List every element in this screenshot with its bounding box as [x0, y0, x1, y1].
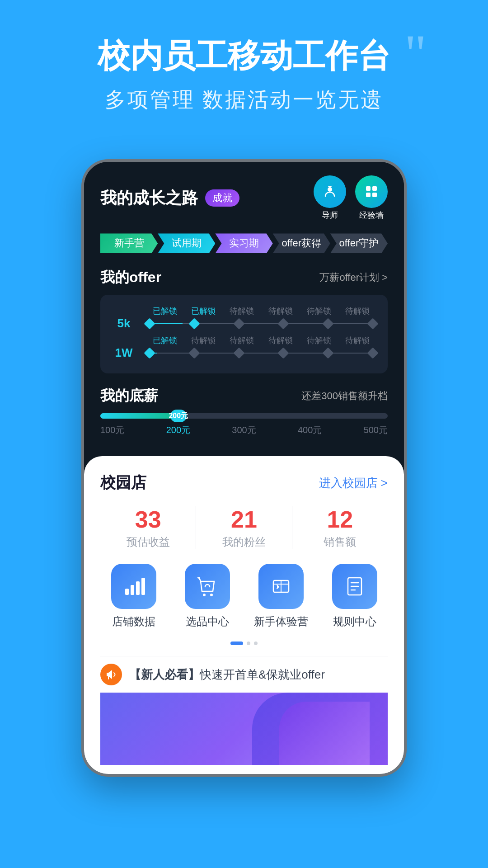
phone-mockup-wrapper: 我的成长之路 成就 导师 [0, 159, 488, 777]
offer-section-header: 我的offer 万薪offer计划 > [100, 268, 388, 288]
offer-track-1 [145, 320, 377, 328]
svg-rect-5 [372, 193, 377, 197]
node-2-5 [367, 347, 378, 359]
quote-decoration: " [404, 27, 427, 81]
rules-icon [332, 564, 377, 609]
salary-progress-fill: 200元 [100, 413, 187, 419]
offer-row-2-labels: 已解锁 待解锁 待解锁 待解锁 待解锁 待解锁 [111, 335, 377, 346]
svg-rect-4 [366, 193, 371, 197]
step-2[interactable]: 实习期 [215, 233, 272, 253]
node-label-2-3: 待解锁 [261, 335, 300, 346]
node-label-2-1: 待解锁 [184, 335, 222, 346]
progress-steps: 新手营 试用期 实习期 offer获得 offer守护 [100, 233, 388, 253]
node-2-4 [322, 347, 333, 359]
svg-point-11 [210, 594, 213, 596]
phone-mockup: 我的成长之路 成就 导师 [81, 159, 407, 777]
salary-progress-bar: 200元 [100, 413, 388, 419]
achievement-badge[interactable]: 成就 [205, 189, 239, 207]
menu-grid: 店铺数据 选品中心 [100, 564, 388, 629]
node-2-0 [144, 347, 155, 359]
store-data-icon [111, 564, 156, 609]
announcement-icon [100, 664, 122, 685]
svg-rect-3 [372, 186, 377, 191]
node-1-5 [367, 318, 378, 329]
announcement-text: 【新人必看】快速开首单&保就业offer [129, 667, 325, 683]
menu-newbie[interactable]: 新手体验营 [248, 564, 314, 629]
svg-point-10 [203, 594, 206, 596]
svg-rect-2 [366, 186, 371, 191]
menu-product[interactable]: 选品中心 [174, 564, 240, 629]
offer-amount-5k: 5k [111, 316, 136, 330]
node-1-0 [144, 318, 155, 329]
mentor-icon [314, 175, 346, 208]
node-label-1-5: 待解锁 [338, 306, 377, 316]
node-2-3 [278, 347, 289, 359]
svg-rect-1 [328, 186, 332, 187]
node-label-2-5: 待解锁 [338, 335, 377, 346]
offer-title: 我的offer [100, 268, 161, 288]
svg-rect-7 [131, 585, 134, 595]
announcement[interactable]: 【新人必看】快速开首单&保就业offer [100, 656, 388, 693]
svg-rect-9 [141, 578, 145, 595]
stat-sales: 12 销售额 [292, 506, 388, 549]
node-label-1-0: 已解锁 [145, 306, 184, 316]
node-2-2 [233, 347, 244, 359]
menu-rules-label: 规则中心 [333, 614, 376, 629]
salary-current-marker: 200元 [170, 410, 187, 422]
wall-icon [355, 175, 388, 208]
offer-plan-link[interactable]: 万薪offer计划 > [319, 271, 388, 284]
salary-label-1: 200元 [166, 424, 190, 436]
salary-section: 我的底薪 还差300销售额升档 200元 100元 200元 300元 400元… [100, 386, 388, 436]
node-1-2 [233, 318, 244, 329]
node-label-2-0: 已解锁 [145, 335, 184, 346]
step-1[interactable]: 试用期 [158, 233, 215, 253]
step-4[interactable]: offer守护 [330, 233, 388, 253]
offer-track-2 [145, 349, 377, 357]
offer-nodes-1 [145, 320, 377, 328]
svg-point-0 [328, 187, 332, 192]
salary-labels: 100元 200元 300元 400元 500元 [100, 424, 388, 436]
step-3[interactable]: offer获得 [273, 233, 330, 253]
mentor-label: 导师 [322, 210, 338, 221]
node-label-2-2: 待解锁 [223, 335, 261, 346]
offer-row-1: 5k [111, 316, 377, 330]
step-0[interactable]: 新手营 [100, 233, 158, 253]
menu-store-data-label: 店铺数据 [112, 614, 155, 629]
stat-fans: 21 我的粉丝 [196, 506, 291, 549]
offer-row-1-labels: 已解锁 已解锁 待解锁 待解锁 待解锁 待解锁 [111, 306, 377, 316]
growth-title: 我的成长之路 [100, 187, 198, 209]
svg-rect-8 [136, 581, 140, 595]
node-label-1-3: 待解锁 [261, 306, 300, 316]
node-label-1-4: 待解锁 [300, 306, 338, 316]
menu-product-label: 选品中心 [186, 614, 229, 629]
bottom-banner [100, 693, 388, 765]
app-title: 校内员工移动工作台 [98, 36, 390, 75]
stat-sales-label: 销售额 [292, 535, 388, 549]
node-1-3 [278, 318, 289, 329]
svg-rect-6 [125, 589, 129, 595]
wall-icon-group[interactable]: 经验墙 [355, 175, 388, 221]
app-subtitle: 多项管理 数据活动一览无遗 [27, 86, 461, 114]
campus-link[interactable]: 进入校园店 > [319, 475, 388, 491]
offer-grid: 已解锁 已解锁 待解锁 待解锁 待解锁 待解锁 5k [100, 295, 388, 373]
menu-store-data[interactable]: 店铺数据 [100, 564, 167, 629]
menu-newbie-label: 新手体验营 [254, 614, 308, 629]
campus-section: 校园店 进入校园店 > 33 预估收益 21 我的粉丝 12 销售额 [84, 456, 404, 774]
stat-earnings-number: 33 [100, 506, 196, 533]
campus-header: 校园店 进入校园店 > [100, 472, 388, 493]
stat-fans-label: 我的粉丝 [196, 535, 291, 549]
offer-nodes-2 [145, 349, 377, 357]
growth-header: 我的成长之路 成就 导师 [100, 175, 388, 221]
stat-earnings-label: 预估收益 [100, 535, 196, 549]
menu-rules[interactable]: 规则中心 [321, 564, 388, 629]
app-header: 校内员工移动工作台 " 多项管理 数据活动一览无遗 [0, 0, 488, 141]
dot-2 [254, 642, 258, 645]
salary-label-2: 300元 [232, 424, 256, 436]
offer-row-2: 1W [111, 346, 377, 360]
pagination-dots [100, 642, 388, 645]
node-label-1-1: 已解锁 [184, 306, 222, 316]
wall-label: 经验墙 [359, 210, 384, 221]
salary-title: 我的底薪 [100, 386, 158, 406]
node-2-1 [188, 347, 200, 359]
mentor-icon-group[interactable]: 导师 [314, 175, 346, 221]
